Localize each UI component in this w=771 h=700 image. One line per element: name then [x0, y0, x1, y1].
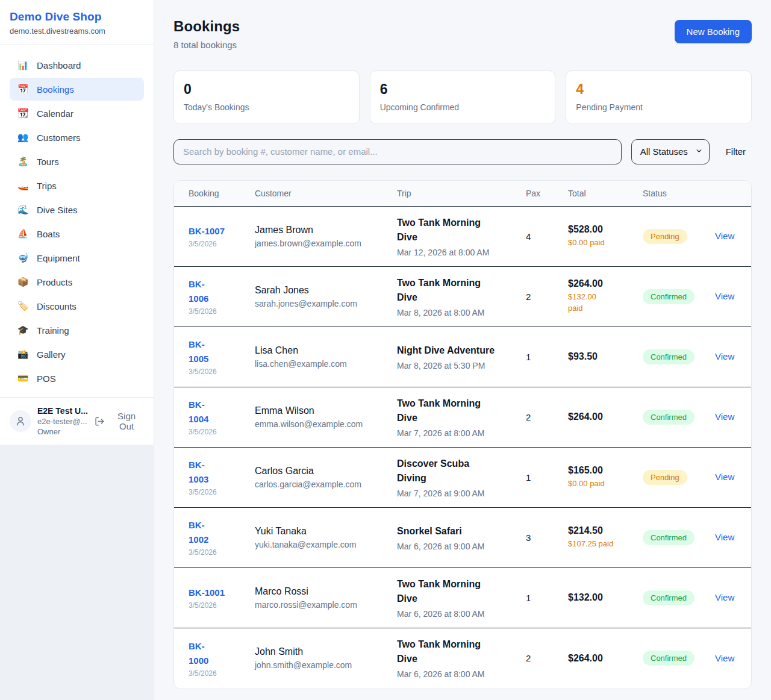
total-amount: $264.00 [568, 278, 643, 289]
sidebar-item-label: Dive Sites [37, 205, 78, 215]
sidebar-item-label: Boats [37, 229, 60, 239]
page-subtitle: 8 total bookings [173, 40, 240, 50]
view-link[interactable]: View [715, 411, 734, 422]
user-name: E2E Test U... [37, 406, 89, 416]
bookings-table: Booking Customer Trip Pax Total Status B… [173, 180, 752, 689]
total-amount: $264.00 [568, 653, 643, 664]
pax-cell: 1 [526, 593, 568, 603]
user-section: E2E Test U... e2e-tester@... Owner Sign … [0, 397, 154, 445]
paid-amount: $0.00 paid [568, 478, 643, 490]
booking-id-link[interactable]: BK- 1003 [189, 458, 208, 487]
pax-cell: 1 [526, 352, 568, 362]
pax-cell: 1 [526, 472, 568, 483]
sidebar-item-discounts[interactable]: 🏷️ Discounts [10, 295, 144, 317]
actions-cell: View [715, 532, 737, 543]
customer-cell: Yuki Tanaka yuki.tanaka@example.com [255, 526, 397, 549]
user-meta: E2E Test U... e2e-tester@... Owner [37, 406, 89, 436]
avatar [10, 410, 31, 432]
credit-card-icon: 💳 [17, 373, 29, 384]
sidebar-item-gallery[interactable]: 📸 Gallery [10, 343, 144, 366]
status-select[interactable]: All Statuses [631, 139, 710, 164]
trip-cell: Two Tank Morning Dive Mar 12, 2026 at 8:… [397, 216, 526, 257]
customer-email: marco.rossi@example.com [255, 600, 397, 610]
booking-id-link[interactable]: BK- 1002 [189, 518, 208, 547]
stat-card: 0 Today's Bookings [173, 70, 360, 124]
trip-name: Two Tank Morning Dive [397, 577, 526, 606]
booking-id-link[interactable]: BK- 1006 [189, 277, 208, 306]
booking-cell: BK- 1002 3/5/2026 [189, 518, 255, 557]
sidebar-item-customers[interactable]: 👥 Customers [10, 126, 144, 149]
speedboat-icon: 🚤 [17, 180, 29, 191]
customer-cell: Emma Wilson emma.wilson@example.com [255, 405, 397, 429]
sidebar: Demo Dive Shop demo.test.divestreams.com… [0, 0, 154, 445]
booking-date: 3/5/2026 [189, 367, 255, 376]
stat-card: 4 Pending Payment [566, 70, 752, 124]
booking-date: 3/5/2026 [189, 601, 255, 610]
customer-cell: Marco Rossi marco.rossi@example.com [255, 586, 397, 610]
total-cell: $93.50 [568, 351, 643, 362]
view-link[interactable]: View [715, 351, 734, 361]
sidebar-item-label: Equipment [37, 253, 80, 263]
sidebar-item-label: Trips [37, 181, 57, 191]
customer-email: yuki.tanaka@example.com [255, 540, 397, 549]
new-booking-button[interactable]: New Booking [675, 20, 752, 43]
filter-row: All Statuses Filter [173, 139, 752, 164]
sidebar-item-boats[interactable]: ⛵ Boats [10, 222, 144, 245]
view-link[interactable]: View [715, 653, 734, 663]
view-link[interactable]: View [715, 592, 734, 602]
sidebar-item-bookings[interactable]: 📅 Bookings [10, 78, 144, 101]
sidebar-item-products[interactable]: 📦 Products [10, 270, 144, 293]
sign-out-button[interactable]: Sign Out [95, 411, 144, 431]
sidebar-item-training[interactable]: 🎓 Training [10, 319, 144, 342]
booking-id-link[interactable]: BK-1007 [189, 224, 225, 239]
filter-button[interactable]: Filter [726, 146, 746, 157]
trip-cell: Snorkel Safari Mar 6, 2026 at 9:00 AM [397, 524, 526, 551]
customer-name: Lisa Chen [255, 345, 397, 356]
booking-id-link[interactable]: BK- 1004 [189, 398, 208, 427]
view-link[interactable]: View [715, 231, 734, 241]
total-cell: $132.00 [568, 592, 643, 603]
table-body: BK-1007 3/5/2026 James Brown james.brown… [174, 207, 751, 689]
column-header-customer: Customer [255, 189, 397, 198]
view-link[interactable]: View [715, 291, 734, 301]
customer-email: lisa.chen@example.com [255, 359, 397, 369]
booking-date: 3/5/2026 [189, 307, 255, 316]
view-link[interactable]: View [715, 472, 734, 482]
total-cell: $528.00 $0.00 paid [568, 224, 643, 249]
actions-cell: View [715, 411, 737, 422]
pax-cell: 2 [526, 412, 568, 422]
brand-domain: demo.test.divestreams.com [10, 27, 144, 36]
sidebar-item-tours[interactable]: 🏝️ Tours [10, 150, 144, 173]
customer-cell: Lisa Chen lisa.chen@example.com [255, 345, 397, 369]
view-link[interactable]: View [715, 532, 734, 542]
sidebar-item-dive-sites[interactable]: 🌊 Dive Sites [10, 198, 144, 221]
stat-value: 0 [184, 81, 349, 98]
booking-date: 3/5/2026 [189, 240, 255, 248]
sidebar-item-equipment[interactable]: 🤿 Equipment [10, 246, 144, 269]
search-input[interactable] [173, 139, 622, 164]
sidebar-item-pos[interactable]: 💳 POS [10, 367, 144, 390]
booking-id-link[interactable]: BK-1001 [189, 586, 225, 600]
actions-cell: View [715, 231, 737, 242]
status-cell: Confirmed [643, 289, 715, 304]
customer-cell: James Brown james.brown@example.com [255, 225, 397, 248]
trip-cell: Two Tank Morning Dive Mar 6, 2026 at 8:0… [397, 577, 526, 619]
sidebar-nav: 📊 Dashboard 📅 Bookings 📆 Calendar 👥 Cust… [0, 45, 154, 397]
sidebar-item-calendar[interactable]: 📆 Calendar [10, 102, 144, 125]
trip-cell: Discover Scuba Diving Mar 7, 2026 at 9:0… [397, 457, 526, 498]
booking-date: 3/5/2026 [189, 488, 255, 496]
actions-cell: View [715, 472, 737, 483]
status-cell: Pending [643, 470, 715, 485]
sidebar-item-trips[interactable]: 🚤 Trips [10, 174, 144, 197]
total-cell: $264.00 $132.00 paid [568, 278, 643, 314]
booking-id-link[interactable]: BK- 1000 [189, 639, 208, 668]
graduation-cap-icon: 🎓 [17, 325, 29, 336]
sidebar-item-dashboard[interactable]: 📊 Dashboard [10, 54, 144, 77]
stat-card: 6 Upcoming Confirmed [370, 70, 556, 124]
customer-cell: Sarah Jones sarah.jones@example.com [255, 285, 397, 308]
booking-id-link[interactable]: BK- 1005 [189, 337, 208, 366]
sidebar-item-label: POS [37, 373, 56, 384]
sidebar-item-label: Dashboard [37, 60, 81, 70]
status-badge: Confirmed [643, 530, 695, 545]
booking-cell: BK- 1004 3/5/2026 [189, 398, 255, 436]
